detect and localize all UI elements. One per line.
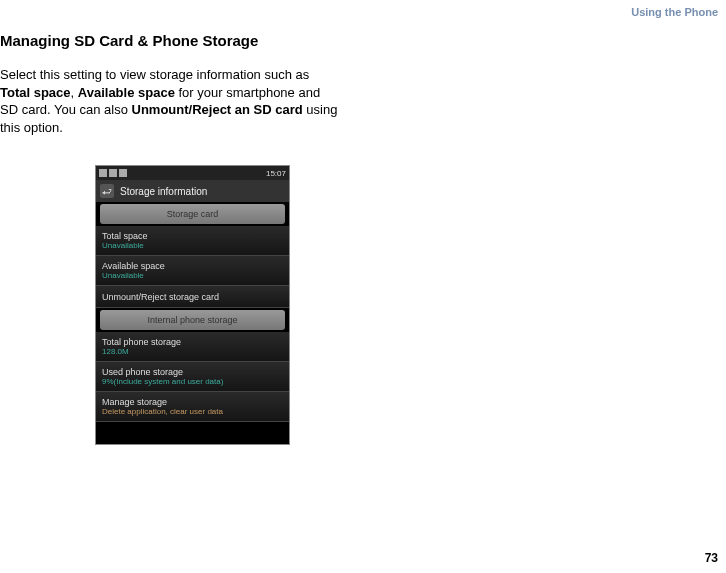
item-total-phone-storage[interactable]: Total phone storage 128.0M [96, 332, 289, 362]
category-internal-storage: Internal phone storage [100, 310, 285, 330]
item-unmount[interactable]: Unmount/Reject storage card [96, 286, 289, 308]
phone-screenshot: 15:07 ⮐ Storage information Storage card… [95, 165, 290, 445]
page-number: 73 [705, 551, 718, 565]
back-icon[interactable]: ⮐ [100, 184, 114, 198]
body-bold-2: Available space [78, 85, 175, 100]
item-value: 9%(Include system and user data) [102, 377, 283, 386]
item-label: Manage storage [102, 397, 283, 407]
item-value: Delete application, clear user data [102, 407, 283, 416]
item-total-space[interactable]: Total space Unavailable [96, 226, 289, 256]
section-title: Managing SD Card & Phone Storage [0, 32, 258, 49]
body-bold-3: Unmount/Reject an SD card [132, 102, 303, 117]
item-used-phone-storage[interactable]: Used phone storage 9%(Include system and… [96, 362, 289, 392]
item-value: Unavailable [102, 241, 283, 250]
body-paragraph: Select this setting to view storage info… [0, 66, 340, 136]
status-icon-2 [109, 169, 117, 177]
status-bar: 15:07 [96, 166, 289, 180]
item-value: Unavailable [102, 271, 283, 280]
item-label: Available space [102, 261, 283, 271]
item-manage-storage[interactable]: Manage storage Delete application, clear… [96, 392, 289, 422]
body-bold-1: Total space [0, 85, 71, 100]
screen-title: Storage information [120, 186, 207, 197]
status-icons [99, 169, 127, 177]
body-text-2: , [71, 85, 78, 100]
item-label: Used phone storage [102, 367, 283, 377]
status-time: 15:07 [266, 169, 286, 178]
item-label: Unmount/Reject storage card [102, 292, 283, 302]
title-bar: ⮐ Storage information [96, 180, 289, 202]
body-text-1: Select this setting to view storage info… [0, 67, 309, 82]
category-storage-card: Storage card [100, 204, 285, 224]
item-value: 128.0M [102, 347, 283, 356]
chapter-header: Using the Phone [631, 6, 718, 18]
item-available-space[interactable]: Available space Unavailable [96, 256, 289, 286]
item-label: Total space [102, 231, 283, 241]
item-label: Total phone storage [102, 337, 283, 347]
status-icon-1 [99, 169, 107, 177]
status-icon-3 [119, 169, 127, 177]
